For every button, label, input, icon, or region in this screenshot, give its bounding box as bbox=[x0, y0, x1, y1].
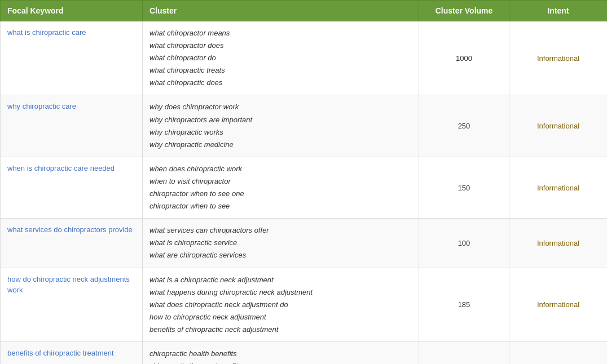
cluster-item: what chiropractic does bbox=[149, 77, 412, 89]
cluster-volume-cell: 150 bbox=[419, 157, 509, 218]
cluster-item: why chiropractic works bbox=[149, 126, 412, 139]
focal-keyword-cell: when is chiropractic care needed bbox=[1, 157, 143, 218]
header-focal-keyword: Focal Keyword bbox=[1, 1, 143, 21]
cluster-items-list: what is a chiropractic neck adjustmentwh… bbox=[149, 274, 412, 336]
intent-cell: Informational bbox=[509, 219, 608, 268]
table-row: how do chiropractic neck adjustments wor… bbox=[1, 268, 608, 341]
cluster-item: what does chiropractic neck adjustment d… bbox=[149, 299, 412, 311]
cluster-volume-cell: 250 bbox=[419, 95, 509, 157]
cluster-item: when does chiropractic work bbox=[149, 163, 412, 175]
cluster-cell: why does chiropractor workwhy chiropract… bbox=[143, 95, 419, 157]
cluster-items-list: what chiropractor meanswhat chiropractor… bbox=[149, 27, 412, 89]
cluster-items-list: chiropractic health benefitschiropractic… bbox=[149, 348, 412, 364]
cluster-item: chiropractic therapy benefits bbox=[149, 360, 412, 364]
cluster-cell: what services can chiropractors offerwha… bbox=[143, 219, 419, 268]
cluster-item: what is a chiropractic neck adjustment bbox=[149, 274, 412, 286]
intent-cell: Informational bbox=[509, 268, 608, 341]
cluster-volume-cell: 100 bbox=[419, 219, 509, 268]
cluster-volume-cell: 1000 bbox=[419, 21, 509, 95]
cluster-item: chiropractor when to see one bbox=[149, 188, 412, 200]
intent-cell: Informational bbox=[509, 95, 608, 157]
focal-keyword-text: when is chiropractic care needed bbox=[7, 164, 115, 172]
cluster-item: what is chiropractic service bbox=[149, 237, 412, 249]
focal-keyword-cell: what is chiropractic care bbox=[1, 21, 143, 95]
focal-keyword-text: what services do chiropractors provide bbox=[7, 225, 133, 234]
cluster-item: how to chiropractic neck adjustment bbox=[149, 311, 412, 323]
cluster-item: why does chiropractor work bbox=[149, 101, 412, 113]
table-row: what services do chiropractors providewh… bbox=[1, 219, 608, 268]
focal-keyword-cell: what services do chiropractors provide bbox=[1, 219, 143, 268]
focal-keyword-cell: benefits of chiropractic treatment bbox=[1, 341, 143, 364]
cluster-item: what chiropractor do bbox=[149, 52, 412, 64]
cluster-item: what chiropractic treats bbox=[149, 64, 412, 77]
cluster-item: benefits of chiropractic neck adjustment bbox=[149, 323, 412, 336]
focal-keyword-text: how do chiropractic neck adjustments wor… bbox=[7, 275, 130, 295]
cluster-cell: when does chiropractic workwhen to visit… bbox=[143, 157, 419, 218]
focal-keyword-cell: why chiropractic care bbox=[1, 95, 143, 157]
intent-cell: Informational bbox=[509, 157, 608, 218]
header-intent: Intent bbox=[509, 1, 608, 21]
cluster-item: when to visit chiropractor bbox=[149, 175, 412, 188]
focal-keyword-text: why chiropractic care bbox=[7, 102, 76, 110]
cluster-item: what happens during chiropractic neck ad… bbox=[149, 286, 412, 299]
header-cluster-volume: Cluster Volume bbox=[419, 1, 509, 21]
table-row: why chiropractic carewhy does chiropract… bbox=[1, 95, 608, 157]
cluster-item: chiropractor when to see bbox=[149, 200, 412, 212]
cluster-items-list: what services can chiropractors offerwha… bbox=[149, 224, 412, 261]
cluster-cell: chiropractic health benefitschiropractic… bbox=[143, 341, 419, 364]
table-row: when is chiropractic care neededwhen doe… bbox=[1, 157, 608, 218]
cluster-cell: what chiropractor meanswhat chiropractor… bbox=[143, 21, 419, 95]
cluster-item: what chiropractor means bbox=[149, 27, 412, 39]
intent-cell: Informational bbox=[509, 21, 608, 95]
cluster-items-list: why does chiropractor workwhy chiropract… bbox=[149, 101, 412, 150]
table-row: benefits of chiropractic treatmentchirop… bbox=[1, 341, 608, 364]
cluster-item: what services can chiropractors offer bbox=[149, 224, 412, 237]
table-row: what is chiropractic carewhat chiropract… bbox=[1, 21, 608, 95]
focal-keyword-text: what is chiropractic care bbox=[7, 28, 86, 37]
cluster-item: why chiropractors are important bbox=[149, 114, 412, 126]
cluster-volume-cell: 150 bbox=[419, 341, 509, 364]
cluster-item: what chiropractor does bbox=[149, 39, 412, 52]
focal-keyword-text: benefits of chiropractic treatment bbox=[7, 349, 114, 357]
cluster-cell: what is a chiropractic neck adjustmentwh… bbox=[143, 268, 419, 341]
header-cluster: Cluster bbox=[143, 1, 419, 21]
cluster-items-list: when does chiropractic workwhen to visit… bbox=[149, 163, 412, 212]
cluster-item: chiropractic health benefits bbox=[149, 348, 412, 360]
cluster-item: why chiropractic medicine bbox=[149, 139, 412, 151]
cluster-volume-cell: 185 bbox=[419, 268, 509, 341]
cluster-item: what are chiropractic services bbox=[149, 249, 412, 261]
focal-keyword-cell: how do chiropractic neck adjustments wor… bbox=[1, 268, 143, 341]
intent-cell: Informational bbox=[509, 341, 608, 364]
